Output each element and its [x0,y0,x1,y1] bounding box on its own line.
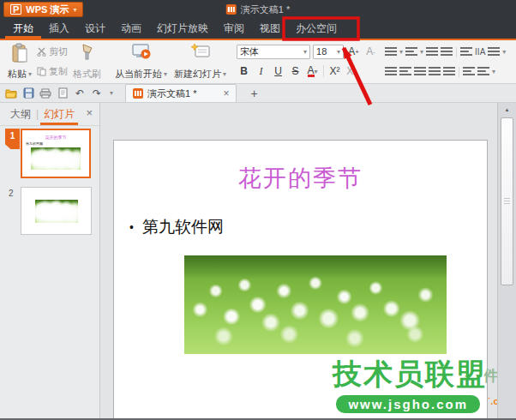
menu-tab-insert[interactable]: 插入 [41,19,77,39]
menu-tab-review[interactable]: 审阅 [216,19,252,39]
chevron-down-icon: ▾ [420,48,423,56]
plus-icon: + [250,87,257,100]
menu-tab-view[interactable]: 视图 [252,19,288,39]
vertical-text-icon[interactable]: ΙΙΑ [475,47,485,57]
menu-tab-office-space[interactable]: 办公空间 [288,19,345,39]
font-group: 宋体 ▾ 18 ▾ A+ A- B I U S A▾ X² X₂ [234,42,381,81]
thumb-title-text: 花开的季节 [22,135,89,140]
watermark-url-badge: www.jsgho.com [334,393,482,415]
document-tab[interactable]: 演示文稿1 * × [125,84,237,102]
chevron-down-icon: ▾ [303,48,307,56]
doc-title-label: 演示文稿1 * [241,3,290,16]
wps-app-menu-button[interactable]: P WPS 演示 ▾ [3,2,83,17]
document-tab-label: 演示文稿1 * [147,87,196,100]
bold-button[interactable]: B [237,64,251,78]
chevron-down-icon: ▾ [337,48,340,56]
thumb-grass-image [31,147,81,170]
close-panel-icon[interactable]: × [86,106,93,119]
slides-panel: 大纲 | 幻灯片 × 1 花开的季节 第九软件网 2 [0,103,100,420]
align-center-icon[interactable] [399,67,411,76]
slide-2-thumbnail[interactable] [21,187,92,235]
superscript-button[interactable]: X² [327,64,342,78]
subscript-button[interactable]: X₂ [345,64,359,78]
ribbon: 粘贴▾ 剪切 复制 [0,40,516,84]
menubar: 开始 插入 设计 动画 幻灯片放映 审阅 视图 办公空间 [0,19,516,39]
cut-button[interactable]: 剪切 [35,45,69,59]
paragraph-group: ▾ ▾ ΙΙΑ ▾ ▾ [382,42,508,81]
redo-icon: ↷ [93,87,101,99]
play-from-current-button[interactable]: 从当前开始▾ [111,42,171,81]
new-slide-button[interactable]: 新建幻灯片▾ [171,42,230,81]
watermark-brand-text: 技术员联盟 [333,355,487,394]
play-slideshow-icon [131,43,152,62]
redo-button[interactable]: ↷ [89,86,105,101]
tab-outline[interactable]: 大纲 [7,103,34,125]
thumb-bullet-text: 第九软件网 [26,141,89,146]
justify-icon[interactable] [429,67,441,76]
chevron-down-icon: ▾ [223,70,226,78]
increase-indent-icon[interactable] [441,47,453,57]
font-color-button[interactable]: A▾ [305,64,320,78]
line-spacing-icon[interactable] [460,47,472,57]
button-separator [456,47,457,57]
numbered-list-icon[interactable] [405,47,417,57]
chevron-down-icon: ▾ [110,89,113,97]
paste-button[interactable]: 粘贴▾ [4,42,35,81]
format-painter-button[interactable]: 格式刷 [69,42,105,81]
quick-access-tabbar: ↶ ↷ ▾ 演示文稿1 * × + [0,84,516,103]
save-disk-icon [23,87,34,99]
shapes-group: 形状▾ [510,42,516,81]
app-name-label: WPS 演示 [26,3,69,16]
text-direction-icon[interactable] [488,47,500,57]
bullet-list-icon[interactable] [385,47,397,57]
save-button[interactable] [21,86,36,101]
scrollbar-thumb[interactable] [501,117,513,285]
slide-2-number-label: 2 [9,189,14,198]
slide-1-thumbnail[interactable]: 花开的季节 第九软件网 [21,129,91,178]
grass-flowers-image[interactable] [184,255,447,354]
slide-editor: 花开的季节 • 第九软件网 件网 ˙.com 技术员联盟 www.jsgho.c… [100,103,516,420]
new-tab-button[interactable]: + [245,87,262,100]
print-preview-button[interactable] [55,86,70,101]
underline-button[interactable]: U [271,64,285,78]
scroll-up-icon[interactable]: ▲ [498,103,516,116]
print-button[interactable] [38,86,53,101]
decrease-indent-icon[interactable] [426,47,438,57]
open-button[interactable] [3,86,19,101]
menu-tab-home[interactable]: 开始 [5,19,41,39]
format-painter-brush-icon [80,43,95,62]
qat-customize-button[interactable]: ▾ [106,86,117,101]
titlebar: P WPS 演示 ▾ 演示文稿1 * [0,0,516,19]
shrink-font-button[interactable]: A- [363,45,378,58]
chevron-down-icon: ▾ [73,6,76,14]
wps-logo-icon: P [10,4,21,15]
font-size-select[interactable]: 18 ▾ [313,45,344,59]
copy-button[interactable]: 复制 [35,64,69,79]
presentation-file-icon [133,88,143,99]
new-slide-icon [190,43,211,62]
align-right-icon[interactable] [414,67,426,76]
menu-tab-design[interactable]: 设计 [77,19,113,39]
font-name-select[interactable]: 宋体 ▾ [237,45,310,59]
grow-font-button[interactable]: A+ [346,45,361,58]
menu-tab-slideshow[interactable]: 幻灯片放映 [149,19,216,39]
undo-button[interactable]: ↶ [72,86,87,101]
printer-icon [39,88,51,99]
panel-tabs: 大纲 | 幻灯片 × [0,103,99,126]
close-tab-icon[interactable]: × [223,87,229,99]
paste-clipboard-icon [11,43,28,63]
slide-bullet-item[interactable]: • 第九软件网 [129,216,487,238]
chevron-down-icon: ▾ [502,48,506,56]
increase-paragraph-spacing-icon[interactable] [463,67,475,76]
vertical-scrollbar[interactable]: ▲ [497,103,516,420]
shapes-button[interactable]: 形状▾ [513,42,516,81]
distribute-text-icon[interactable] [443,67,455,76]
align-left-icon[interactable] [385,67,397,76]
strikethrough-button[interactable]: S [288,64,303,78]
italic-button[interactable]: I [254,64,268,78]
slide-title-text[interactable]: 花开的季节 [114,163,487,194]
content-area: 大纲 | 幻灯片 × 1 花开的季节 第九软件网 2 花开的季节 • [0,103,516,420]
tab-slides[interactable]: 幻灯片 [40,103,78,125]
menu-tab-animation[interactable]: 动画 [113,19,149,39]
decrease-paragraph-spacing-icon[interactable] [477,67,489,76]
